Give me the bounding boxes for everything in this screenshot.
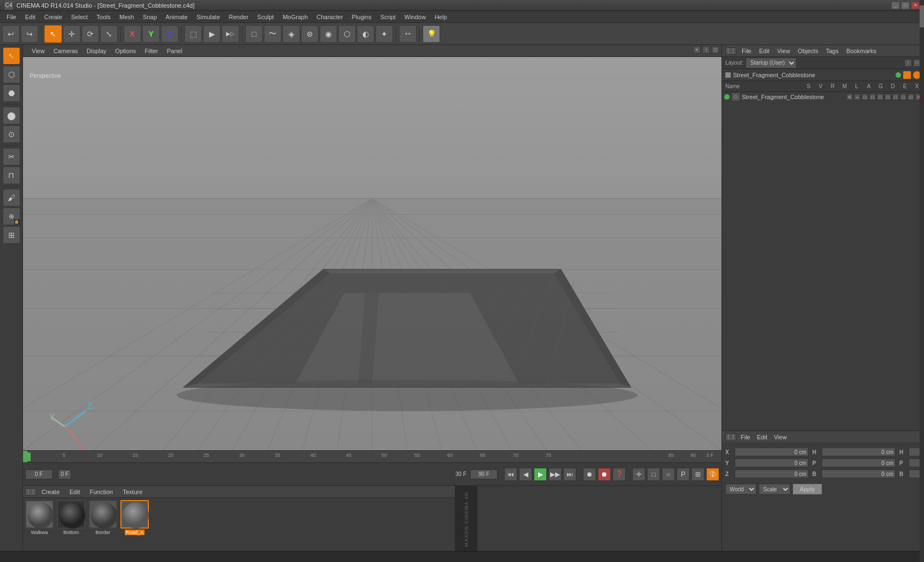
menu-file[interactable]: File xyxy=(2,13,21,21)
menu-animate[interactable]: Animate xyxy=(161,13,192,21)
coord-y-pos-input[interactable] xyxy=(735,458,809,467)
material-item-bottom[interactable]: Bottom xyxy=(57,500,85,535)
color-tl-button[interactable]: 🎨 xyxy=(706,468,719,481)
menu-tools[interactable]: Tools xyxy=(92,13,115,21)
menu-mesh[interactable]: Mesh xyxy=(115,13,138,21)
morph-tl-button[interactable]: ⊞ xyxy=(691,468,704,481)
coordinate-system-dropdown[interactable]: World Object xyxy=(725,484,756,495)
menu-plugins[interactable]: Plugins xyxy=(348,13,376,21)
obj-icon-more5[interactable]: □ xyxy=(908,94,914,100)
create-light-button[interactable]: ✦ xyxy=(376,25,393,43)
right-panel-scroll-thumb[interactable] xyxy=(920,5,924,27)
move-tl-button[interactable]: ✛ xyxy=(632,468,645,481)
attr-menu-edit[interactable]: Edit xyxy=(755,433,770,441)
create-cube-button[interactable]: □ xyxy=(245,25,263,43)
menu-mograph[interactable]: MoGraph xyxy=(278,13,312,21)
polygon-mode-button[interactable]: ⬡ xyxy=(3,66,20,83)
z-axis-button[interactable]: Z xyxy=(161,25,178,43)
viewport-tab-filter[interactable]: Filter xyxy=(140,47,162,55)
render-to-po-button[interactable]: ▶▷ xyxy=(222,25,239,43)
next-frame-button[interactable]: ▶▶ xyxy=(548,468,562,481)
viewport-tab-display[interactable]: Display xyxy=(82,47,111,55)
coord-x-size-input[interactable] xyxy=(822,448,896,456)
material-item-walkway[interactable]: Walkwa xyxy=(25,500,54,535)
soft-selection-button[interactable]: ⊙ xyxy=(3,125,20,143)
texture-tool-button[interactable]: ⊞ xyxy=(3,226,20,244)
viewport-up-button[interactable]: ↑ xyxy=(702,46,710,54)
model-mode-button[interactable]: ↖ xyxy=(3,47,20,65)
play-button[interactable]: ▶ xyxy=(534,468,547,481)
create-scene-button[interactable]: ◉ xyxy=(320,25,337,43)
transform-mode-dropdown[interactable]: Scale Move Rotate xyxy=(759,484,790,495)
menu-edit[interactable]: Edit xyxy=(21,13,40,21)
rotate-tl-button[interactable]: ○ xyxy=(662,468,675,481)
menu-render[interactable]: Render xyxy=(224,13,253,21)
coord-z-pos-input[interactable] xyxy=(735,469,809,478)
menu-select[interactable]: Select xyxy=(67,13,93,21)
keyframe-button[interactable]: ❓ xyxy=(613,468,626,481)
object-row-street-fragment[interactable]: ⬡ Street_Fragment_Cobblestone ≡ • □ □ □ … xyxy=(722,92,924,102)
attr-menu-file[interactable]: File xyxy=(738,433,753,441)
material-item-border[interactable]: Border xyxy=(89,500,117,535)
material-item-road-a[interactable]: Road_A xyxy=(120,500,149,535)
render-region-button[interactable]: ⬚ xyxy=(184,25,202,43)
viewport-tab-cameras[interactable]: Cameras xyxy=(49,47,83,55)
obj-icon-more1[interactable]: □ xyxy=(877,94,883,100)
mat-menu-create[interactable]: Create xyxy=(37,488,64,496)
sculpt-tool-button[interactable]: ⊕ 🔒 xyxy=(3,208,20,225)
create-spline-button[interactable]: 〜 xyxy=(264,25,281,43)
point-mode-button[interactable]: ⬤ xyxy=(3,107,20,124)
menu-help[interactable]: Help xyxy=(430,13,452,21)
attr-menu-view[interactable]: View xyxy=(772,433,789,441)
menu-sculpt[interactable]: Sculpt xyxy=(253,13,279,21)
viewport-tab-panel[interactable]: Panel xyxy=(163,47,187,55)
viewport-tab-view[interactable]: View xyxy=(27,47,49,55)
mat-menu-edit[interactable]: Edit xyxy=(65,488,84,496)
y-axis-button[interactable]: Y xyxy=(142,25,160,43)
x-axis-button[interactable]: X xyxy=(124,25,141,43)
rp-menu-edit[interactable]: Edit xyxy=(757,47,772,55)
undo-button[interactable]: ↩ xyxy=(2,25,20,43)
redo-button[interactable]: ↪ xyxy=(21,25,38,43)
goto-end-button[interactable]: ⏭ xyxy=(563,468,576,481)
close-button[interactable]: ✕ xyxy=(911,2,920,9)
obj-icon-more3[interactable]: □ xyxy=(892,94,899,100)
mat-menu-function[interactable]: Function xyxy=(85,488,117,496)
paint-tool-button[interactable]: 🖌 xyxy=(3,189,20,207)
rp-menu-bookmarks[interactable]: Bookmarks xyxy=(844,47,879,55)
rp-menu-file[interactable]: File xyxy=(740,47,754,55)
create-camera-button[interactable]: ⬡ xyxy=(338,25,356,43)
viewport-tab-options[interactable]: Options xyxy=(111,47,140,55)
maximize-button[interactable]: □ xyxy=(901,2,910,9)
move-tool-button[interactable]: ✛ xyxy=(63,25,80,43)
goto-start-button[interactable]: ⏮ xyxy=(504,468,517,481)
param-tl-button[interactable]: P xyxy=(677,468,690,481)
obj-icon-more2[interactable]: □ xyxy=(885,94,891,100)
menu-window[interactable]: Window xyxy=(400,13,430,21)
glasses-button[interactable]: 👓 xyxy=(399,25,417,43)
apply-button[interactable]: Apply xyxy=(793,484,822,495)
coord-x-pos-input[interactable] xyxy=(735,448,809,456)
menu-character[interactable]: Character xyxy=(312,13,347,21)
material-panel-grip[interactable]: ⋮⋮ xyxy=(25,488,36,496)
create-deformer-button[interactable]: ⊛ xyxy=(301,25,319,43)
bridge-tool-button[interactable]: ⊓ xyxy=(3,167,20,184)
rp-menu-objects[interactable]: Objects xyxy=(795,47,820,55)
obj-icon-more4[interactable]: □ xyxy=(900,94,906,100)
rotate-tool-button[interactable]: ⟳ xyxy=(82,25,99,43)
layout-dropdown[interactable]: Startup (User) xyxy=(746,58,796,68)
viewport[interactable]: View Cameras Display Options Filter Pane… xyxy=(23,45,721,450)
render-active-view-button[interactable]: ▶ xyxy=(203,25,221,43)
prev-frame-button[interactable]: ◀ xyxy=(519,468,532,481)
scale-tool-button[interactable]: ⤡ xyxy=(100,25,118,43)
viewport-add-button[interactable]: + xyxy=(693,46,701,54)
knife-tool-button[interactable]: ✂ xyxy=(3,148,20,165)
rp-menu-view[interactable]: View xyxy=(775,47,793,55)
edge-mode-button[interactable]: ⬣ xyxy=(3,84,20,102)
record-button[interactable]: ⏺ xyxy=(598,468,611,481)
viewport-fullscreen-button[interactable]: □ xyxy=(712,46,719,54)
current-frame-input[interactable] xyxy=(25,469,53,479)
menu-create[interactable]: Create xyxy=(40,13,67,21)
scale-tl-button[interactable]: □ xyxy=(647,468,660,481)
menu-script[interactable]: Script xyxy=(376,13,400,21)
